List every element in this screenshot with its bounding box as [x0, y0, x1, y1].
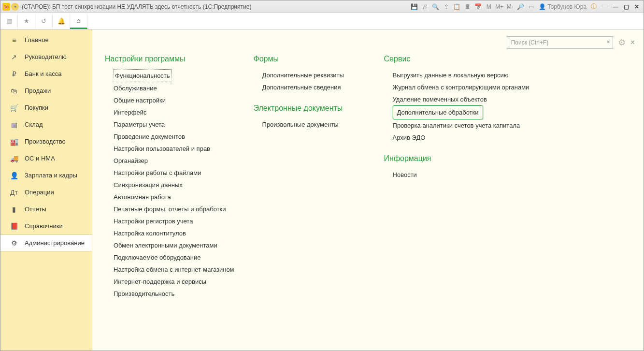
group-title: Сервис	[384, 55, 530, 63]
menu-link[interactable]: Удаление помеченных объектов	[393, 93, 487, 105]
group-title: Информация	[384, 154, 530, 163]
sidebar-label: Покупки	[25, 104, 48, 111]
menu-link[interactable]: Настройка колонтитулов	[114, 227, 186, 239]
sidebar-icon: ₽	[9, 70, 19, 78]
group-title: Настройки программы	[105, 55, 234, 63]
menu-link[interactable]: Производительность	[114, 288, 174, 300]
menu-link[interactable]: Настройки работы с файлами	[114, 167, 201, 179]
user-chip[interactable]: 👤 Торбунов Юра	[539, 3, 587, 10]
search-clear-icon[interactable]: ×	[606, 38, 610, 45]
search-box: ×	[507, 36, 613, 49]
menu-link[interactable]: Новости	[393, 169, 417, 181]
content-column-2: СервисВыгрузить данные в локальную верси…	[384, 52, 530, 310]
menu-link[interactable]: Настройка обмена с интернет-магазином	[114, 263, 234, 276]
link-list: Произвольные документы	[254, 118, 365, 131]
window-minimize[interactable]: —	[611, 3, 620, 11]
sidebar-item-11[interactable]: 📕Справочники	[0, 218, 92, 234]
sidebar-item-12[interactable]: ⚙Администрирование	[0, 234, 92, 251]
menu-link[interactable]: Синхронизация данных	[114, 179, 183, 191]
menu-link[interactable]: Функциональность	[114, 69, 172, 82]
menu-link[interactable]: Печатные формы, отчеты и обработки	[114, 203, 226, 215]
titlebar: 1c ▾ (СТАРОЕ): БП тест синхронизации НЕ …	[0, 0, 644, 13]
sidebar-item-6[interactable]: 🏭Производство	[0, 133, 92, 150]
menu-link[interactable]: Интерфейс	[114, 106, 146, 118]
info-icon[interactable]: ⓘ	[589, 2, 598, 11]
menu-link[interactable]: Проведение документов	[114, 131, 185, 143]
sidebar-label: Главное	[25, 36, 49, 44]
sidebar-icon: 🏭	[9, 138, 19, 146]
panel-close-icon[interactable]: ×	[630, 38, 635, 47]
history-icon[interactable]: ↺	[35, 13, 53, 29]
link-list: ФункциональностьОбслуживаниеОбщие настро…	[105, 69, 234, 300]
group-title: Формы	[254, 55, 365, 63]
home-tab[interactable]: ⌂	[70, 13, 87, 29]
apps-grid-icon[interactable]: ▦	[0, 13, 18, 29]
group-block: Электронные документыПроизвольные докуме…	[254, 104, 365, 131]
group-block: Настройки программыФункциональностьОбслу…	[105, 55, 234, 300]
sidebar-icon: ↗	[9, 53, 19, 61]
sidebar-item-7[interactable]: 🚚ОС и НМА	[0, 150, 92, 167]
menu-link[interactable]: Дополнительные реквизиты	[262, 69, 344, 81]
settings-gear-icon[interactable]: ⚙	[618, 37, 626, 48]
sidebar-icon: ▦	[9, 121, 19, 129]
panels-icon[interactable]: ▭	[527, 2, 536, 11]
menu-link[interactable]: Архив ЭДО	[393, 132, 426, 144]
m-minus-button[interactable]: M-	[506, 2, 515, 11]
sidebar-label: Отчеты	[25, 205, 46, 213]
notifications-icon[interactable]: 🔔	[53, 13, 70, 29]
sidebar-label: Зарплата и кадры	[25, 172, 77, 179]
menu-link[interactable]: Выгрузить данные в локальную версию	[393, 69, 509, 81]
sidebar-icon: 👤	[9, 172, 19, 179]
preview-icon[interactable]: 🔍	[431, 2, 440, 11]
group-block: ИнформацияНовости	[384, 154, 530, 181]
menu-link[interactable]: Параметры учета	[114, 118, 165, 131]
search-input[interactable]	[507, 36, 613, 49]
compare-icon[interactable]: ⇪	[442, 2, 451, 11]
menu-link[interactable]: Проверка аналитики счетов учета капитала	[393, 119, 520, 132]
clipboard-icon[interactable]: 📋	[453, 2, 461, 11]
sidebar-item-4[interactable]: 🛒Покупки	[0, 99, 92, 116]
favorite-icon[interactable]: ★	[18, 13, 35, 29]
sidebar-item-10[interactable]: ▮Отчеты	[0, 201, 92, 218]
dropdown-badge-icon[interactable]: ▾	[11, 3, 19, 11]
calculator-icon[interactable]: 🖩	[463, 2, 472, 11]
calendar-icon[interactable]: 📅	[474, 2, 483, 11]
menu-link[interactable]: Подключаемое оборудование	[114, 251, 201, 263]
menu-link[interactable]: Интернет-поддержка и сервисы	[114, 276, 206, 288]
sidebar-item-3[interactable]: 🛍Продажи	[0, 82, 92, 99]
menu-link[interactable]: Обмен электронными документами	[114, 239, 217, 251]
menu-link[interactable]: Настройки пользователей и прав	[114, 143, 210, 155]
sidebar-item-9[interactable]: ДтОперации	[0, 184, 92, 201]
group-block: ФормыДополнительные реквизитыДополнитель…	[254, 55, 365, 93]
link-list: Дополнительные реквизитыДополнительные с…	[254, 69, 365, 93]
sidebar-label: Продажи	[25, 87, 51, 94]
window-close[interactable]: ✕	[632, 3, 642, 11]
zoom-icon[interactable]: 🔎	[516, 2, 525, 11]
content-area: × ⚙ × Настройки программыФункциональност…	[92, 29, 644, 351]
menu-link[interactable]: Настройки регистров учета	[114, 215, 193, 227]
m-plus-button[interactable]: M+	[495, 2, 504, 11]
group-block: СервисВыгрузить данные в локальную верси…	[384, 55, 530, 144]
sidebar-item-1[interactable]: ↗Руководителю	[0, 48, 92, 65]
sidebar-item-5[interactable]: ▦Склад	[0, 116, 92, 133]
menu-link[interactable]: Органайзер	[114, 155, 148, 167]
menu-link[interactable]: Дополнительные сведения	[262, 81, 341, 93]
sidebar-item-8[interactable]: 👤Зарплата и кадры	[0, 167, 92, 184]
link-list: Новости	[384, 169, 530, 181]
window-maximize[interactable]: ▢	[621, 3, 631, 11]
menu-link[interactable]: Общие настройки	[114, 94, 166, 106]
sidebar-icon: ⚙	[9, 239, 19, 247]
menu-link[interactable]: Произвольные документы	[262, 118, 339, 131]
sidebar-item-0[interactable]: ≡Главное	[0, 31, 92, 48]
menu-link[interactable]: Дополнительные обработки	[393, 105, 483, 119]
sidebar: ≡Главное↗Руководителю₽Банк и касса🛍Прода…	[0, 29, 92, 351]
menu-dash-icon[interactable]: —	[600, 2, 609, 11]
sidebar-item-2[interactable]: ₽Банк и касса	[0, 65, 92, 82]
sidebar-label: Операции	[25, 189, 54, 196]
save-icon[interactable]: 💾	[410, 2, 419, 11]
m-button[interactable]: M	[485, 2, 493, 11]
print-icon[interactable]: 🖨	[421, 2, 429, 11]
menu-link[interactable]: Автономная работа	[114, 191, 171, 203]
menu-link[interactable]: Обслуживание	[114, 82, 157, 94]
menu-link[interactable]: Журнал обмена с контролирующими органами	[393, 81, 530, 93]
